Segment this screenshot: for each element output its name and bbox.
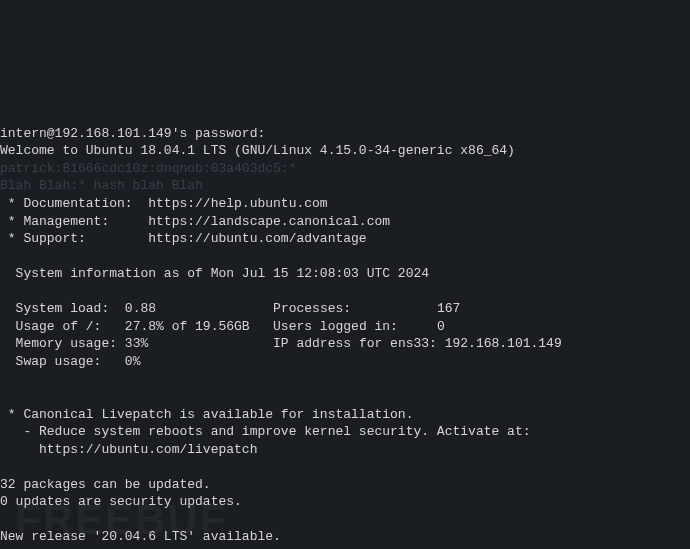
hash-line-2: Blah Blah:* hash blah Blah: [0, 178, 203, 193]
doc-url: https://help.ubuntu.com: [148, 196, 327, 211]
swap-value: 0%: [125, 354, 141, 369]
release-available: New release '20.04.6 LTS' available.: [0, 529, 281, 544]
welcome-line: Welcome to Ubuntu 18.04.1 LTS (GNU/Linux…: [0, 143, 515, 158]
sysload-label: System load:: [0, 301, 125, 316]
updates-security: 0 updates are security updates.: [0, 494, 242, 509]
ip-value: 192.168.101.149: [445, 336, 562, 351]
updates-packages: 32 packages can be updated.: [0, 477, 211, 492]
memory-value: 33%: [125, 336, 148, 351]
mgmt-url: https://landscape.canonical.com: [148, 214, 390, 229]
support-url: https://ubuntu.com/advantage: [148, 231, 366, 246]
hash-line-1: patrick:B1666cdc10z:dnqnob:03a403dc5:*: [0, 161, 296, 176]
support-label: * Support:: [0, 231, 148, 246]
memory-label: Memory usage:: [0, 336, 125, 351]
password-prompt: intern@192.168.101.149's password:: [0, 126, 265, 141]
livepatch-line3: https://ubuntu.com/livepatch: [0, 442, 257, 457]
usage-value: 27.8% of 19.56GB: [125, 319, 250, 334]
livepatch-line1: * Canonical Livepatch is available for i…: [0, 407, 413, 422]
mgmt-label: * Management:: [0, 214, 148, 229]
processes-value: 167: [437, 301, 460, 316]
doc-label: * Documentation:: [0, 196, 148, 211]
sysload-value: 0.88: [125, 301, 156, 316]
sysinfo-header: System information as of Mon Jul 15 12:0…: [0, 266, 429, 281]
ip-label: IP address for ens33:: [273, 336, 445, 351]
processes-label: Processes:: [273, 301, 437, 316]
livepatch-line2: - Reduce system reboots and improve kern…: [0, 424, 531, 439]
usage-label: Usage of /:: [0, 319, 125, 334]
terminal-output[interactable]: intern@192.168.101.149's password: Welco…: [0, 107, 690, 549]
users-value: 0: [437, 319, 445, 334]
swap-label: Swap usage:: [0, 354, 125, 369]
users-label: Users logged in:: [273, 319, 437, 334]
